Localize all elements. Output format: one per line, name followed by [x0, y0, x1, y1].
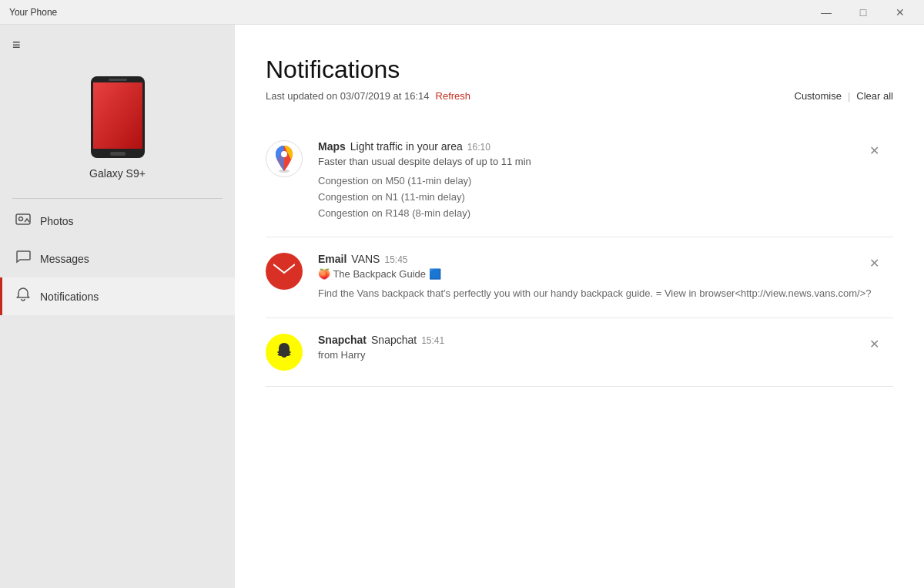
maps-app-icon — [266, 140, 303, 177]
snapchat-notif-body: Snapchat Snapchat 15:41 from Harry — [318, 334, 893, 367]
sidebar-divider — [12, 198, 223, 199]
phone-illustration — [87, 75, 149, 160]
nav-list: Photos Messages Notifications — [0, 202, 235, 315]
app-body: ≡ Galaxy S9+ — [0, 25, 924, 588]
page-title: Notifications — [266, 55, 893, 84]
email-notif-body: Email VANS 15:45 🍑 The Backpack Guide 🟦 … — [318, 253, 893, 302]
sidebar: ≡ Galaxy S9+ — [0, 25, 235, 588]
svg-rect-8 — [273, 263, 295, 280]
notifications-icon — [15, 287, 31, 306]
messages-label: Messages — [40, 253, 89, 265]
refresh-button[interactable]: Refresh — [436, 90, 471, 102]
photos-label: Photos — [40, 215, 74, 227]
maps-notif-title: Light traffic in your area — [350, 140, 463, 153]
sidebar-item-messages[interactable]: Messages — [0, 240, 235, 277]
maps-notif-header: Maps Light traffic in your area 16:10 — [318, 140, 893, 153]
phone-name: Galaxy S9+ — [89, 167, 146, 180]
title-bar-left: Your Phone — [9, 7, 57, 18]
photos-icon — [15, 211, 31, 230]
maps-close-button[interactable]: ✕ — [863, 140, 886, 161]
messages-icon — [15, 249, 31, 268]
close-button[interactable]: ✕ — [882, 0, 918, 25]
svg-point-7 — [281, 151, 287, 157]
email-app-icon — [266, 253, 303, 290]
clear-all-button[interactable]: Clear all — [856, 90, 893, 102]
email-notif-header: Email VANS 15:45 — [318, 253, 893, 265]
title-bar: Your Phone — □ ✕ — [0, 0, 924, 25]
notification-snapchat: Snapchat Snapchat 15:41 from Harry ✕ — [266, 318, 893, 387]
subtitle-right: Customise | Clear all — [795, 90, 894, 102]
hamburger-menu-icon[interactable]: ≡ — [0, 31, 235, 59]
email-notif-subtitle: 🍑 The Backpack Guide 🟦 — [318, 268, 893, 280]
email-close-button[interactable]: ✕ — [863, 253, 886, 274]
maps-app-name: Maps — [318, 140, 346, 153]
maps-notif-body: Maps Light traffic in your area 16:10 Fa… — [318, 140, 893, 221]
svg-rect-3 — [110, 152, 126, 156]
pipe-divider: | — [848, 90, 850, 102]
title-bar-controls: — □ ✕ — [808, 0, 918, 25]
snapchat-app-icon — [266, 334, 303, 371]
last-updated-text: Last updated on 03/07/2019 at 16:14 — [266, 90, 430, 102]
maps-notif-subtitle: Faster than usual despite delays of up t… — [318, 156, 893, 167]
customise-button[interactable]: Customise — [795, 90, 842, 102]
snapchat-app-name: Snapchat — [318, 334, 367, 346]
subtitle-bar: Last updated on 03/07/2019 at 16:14 Refr… — [266, 90, 893, 102]
svg-rect-2 — [109, 79, 127, 81]
email-app-name: Email — [318, 253, 346, 265]
maps-notif-time: 16:10 — [467, 142, 490, 153]
maximize-button[interactable]: □ — [845, 0, 881, 25]
notification-email: Email VANS 15:45 🍑 The Backpack Guide 🟦 … — [266, 237, 893, 318]
snapchat-notif-time: 15:41 — [421, 335, 444, 346]
minimize-button[interactable]: — — [808, 0, 844, 25]
notifications-list: Maps Light traffic in your area 16:10 Fa… — [266, 125, 893, 387]
notification-maps: Maps Light traffic in your area 16:10 Fa… — [266, 125, 893, 237]
email-notif-time: 15:45 — [384, 254, 407, 265]
snapchat-notif-title: Snapchat — [371, 334, 417, 346]
snapchat-notif-header: Snapchat Snapchat 15:41 — [318, 334, 893, 346]
subtitle-left: Last updated on 03/07/2019 at 16:14 Refr… — [266, 90, 470, 102]
maps-notif-detail: Congestion on M50 (11-min delay) Congest… — [318, 173, 893, 221]
snapchat-notif-subtitle: from Harry — [318, 349, 893, 361]
snapchat-close-button[interactable]: ✕ — [863, 334, 886, 354]
svg-rect-1 — [93, 82, 142, 149]
notifications-label: Notifications — [40, 291, 99, 303]
phone-display: Galaxy S9+ — [0, 59, 235, 198]
main-content: Notifications Last updated on 03/07/2019… — [235, 25, 924, 588]
email-notif-title: VANS — [351, 253, 380, 265]
svg-point-5 — [19, 217, 23, 221]
sidebar-item-photos[interactable]: Photos — [0, 202, 235, 240]
email-notif-detail: Find the Vans backpack that's perfectly … — [318, 286, 893, 302]
app-title: Your Phone — [9, 7, 57, 18]
sidebar-item-notifications[interactable]: Notifications — [0, 277, 235, 315]
